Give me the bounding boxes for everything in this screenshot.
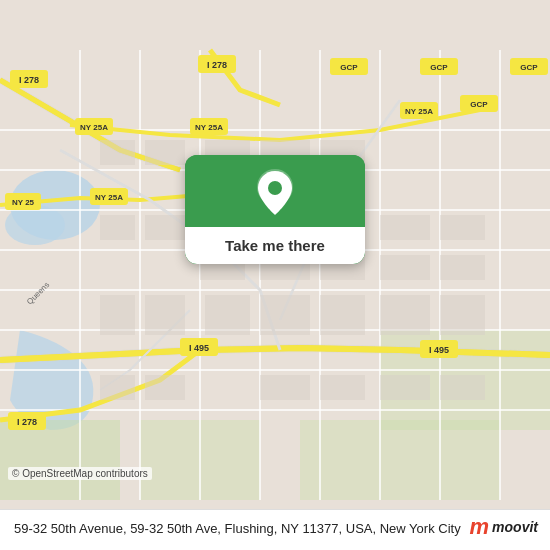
svg-text:I 495: I 495 [429,345,449,355]
svg-rect-68 [440,215,485,240]
svg-text:NY 25A: NY 25A [95,193,123,202]
svg-rect-69 [100,295,135,335]
svg-text:I 278: I 278 [207,60,227,70]
svg-rect-80 [380,375,430,400]
moovit-m-letter: m [470,516,490,538]
address-text: 59-32 50th Avenue, 59-32 50th Ave, Flush… [14,520,536,538]
svg-rect-71 [205,295,250,335]
svg-text:I 495: I 495 [189,343,209,353]
svg-rect-73 [320,295,365,335]
svg-text:I 278: I 278 [19,75,39,85]
svg-rect-63 [145,215,185,240]
svg-text:GCP: GCP [340,63,358,72]
svg-text:NY 25A: NY 25A [195,123,223,132]
svg-rect-75 [440,295,485,335]
svg-rect-74 [380,295,430,335]
osm-attribution: © OpenStreetMap contributors [8,467,152,480]
svg-text:I 278: I 278 [17,417,37,427]
svg-rect-53 [145,140,185,165]
map-pin-icon [255,169,295,217]
svg-rect-61 [440,255,485,280]
svg-rect-78 [260,375,310,400]
svg-rect-60 [380,255,430,280]
svg-rect-3 [0,420,120,500]
map-container: I 278 I 278 NY 25A NY 25A NY 25A GCP GCP… [0,0,550,550]
svg-rect-81 [440,375,485,400]
take-me-there-button[interactable]: Take me there [185,227,365,264]
svg-point-2 [5,205,65,245]
info-panel: 59-32 50th Avenue, 59-32 50th Ave, Flush… [0,509,550,550]
svg-rect-67 [380,215,430,240]
attribution-text: © OpenStreetMap contributors [12,468,148,479]
svg-rect-77 [145,375,185,400]
svg-text:GCP: GCP [470,100,488,109]
svg-text:NY 25A: NY 25A [405,107,433,116]
moovit-logo: m moovit [470,516,538,538]
svg-rect-72 [260,295,310,335]
svg-text:NY 25A: NY 25A [80,123,108,132]
svg-rect-79 [320,375,365,400]
svg-point-84 [268,181,282,195]
svg-rect-62 [100,215,135,240]
svg-text:NY 25: NY 25 [12,198,35,207]
svg-rect-52 [100,140,135,165]
svg-rect-5 [300,420,500,500]
svg-rect-70 [145,295,185,335]
svg-text:GCP: GCP [430,63,448,72]
svg-text:GCP: GCP [520,63,538,72]
svg-rect-76 [100,375,135,400]
pin-area [185,155,365,227]
action-card: Take me there [185,155,365,264]
moovit-brand-name: moovit [492,519,538,535]
